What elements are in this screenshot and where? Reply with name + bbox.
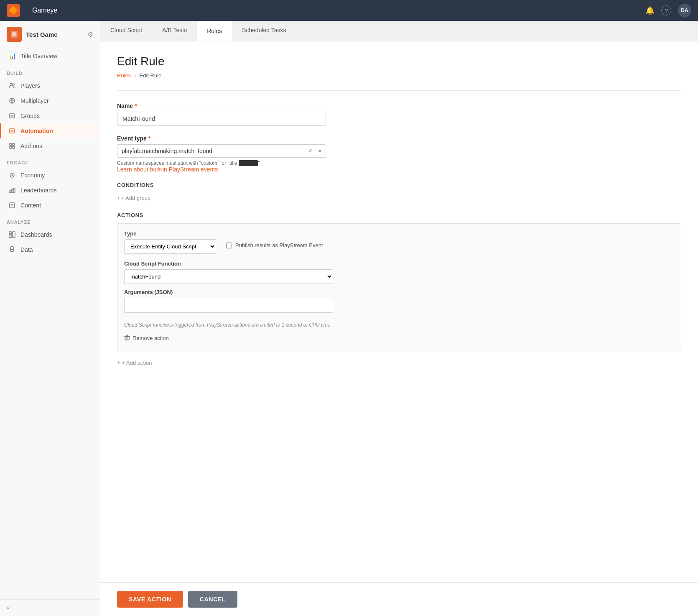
tab-ab-tests[interactable]: A/B Tests <box>152 21 197 41</box>
event-type-required: * <box>148 135 150 142</box>
sidebar: Test Game ⚙ 📊 Title Overview BUILD Playe… <box>0 21 100 616</box>
svg-rect-18 <box>9 232 12 234</box>
leaderboards-icon <box>8 187 16 194</box>
help-icon[interactable]: ? <box>661 5 671 15</box>
breadcrumb-rules-link[interactable]: Rules <box>117 72 131 79</box>
arguments-label: Arguments (JSON) <box>124 289 674 295</box>
svg-point-19 <box>10 246 14 250</box>
plus-icon-action: + <box>117 360 120 366</box>
action-type-column: Type Execute Entity Cloud Script Execute… <box>124 230 216 254</box>
svg-rect-7 <box>10 143 12 146</box>
avatar[interactable]: DA <box>678 4 691 17</box>
nav-divider <box>26 5 26 15</box>
cancel-button[interactable]: CANCEL <box>188 591 238 608</box>
sidebar-collapse-button[interactable]: « <box>0 599 100 616</box>
sidebar-label-groups: Groups <box>20 112 40 119</box>
sidebar-item-economy[interactable]: Economy <box>0 168 100 183</box>
event-type-clear-icon[interactable]: × <box>308 147 312 155</box>
cpu-hint: Cloud Script functions triggered from Pl… <box>124 322 674 328</box>
add-group-button[interactable]: + + Add group <box>117 193 150 203</box>
name-required: * <box>135 102 137 109</box>
sidebar-label-content: Content <box>20 202 41 209</box>
footer-buttons: SAVE ACTION CANCEL <box>100 582 698 616</box>
breadcrumb-current: Edit Rule <box>140 72 162 79</box>
sidebar-item-groups[interactable]: Groups <box>0 108 100 123</box>
learn-more-link[interactable]: Learn about built-in PlayStream events <box>117 166 218 173</box>
svg-point-2 <box>10 83 13 86</box>
cloud-script-function-label: Cloud Script Function <box>124 261 674 267</box>
publish-label: Publish results as PlayStream Event <box>235 242 323 248</box>
conditions-section: CONDITIONS + + Add group <box>117 182 681 203</box>
sidebar-item-title-overview[interactable]: 📊 Title Overview <box>0 48 100 64</box>
sidebar-label-players: Players <box>20 82 40 89</box>
sidebar-item-automation[interactable]: Automation <box>0 123 100 138</box>
sidebar-item-leaderboards[interactable]: Leaderboards <box>0 183 100 198</box>
sidebar-label-automation: Automation <box>20 128 53 134</box>
arguments-form-group: Arguments (JSON) <box>124 289 674 313</box>
redacted-text: █████ <box>239 160 258 166</box>
app-logo: 🔶 <box>7 4 20 17</box>
event-type-hint: Custom namespaces must start with "custo… <box>117 160 681 166</box>
sidebar-label-addons: Add-ons <box>20 143 42 149</box>
groups-icon <box>8 112 16 119</box>
svg-rect-17 <box>13 232 15 238</box>
event-type-input[interactable]: playfab.matchmaking.match_found × ▾ <box>117 144 326 158</box>
settings-icon[interactable]: ⚙ <box>87 31 93 38</box>
svg-rect-1 <box>12 32 16 36</box>
game-header: Test Game ⚙ <box>0 21 100 48</box>
remove-action-button[interactable]: Remove action <box>124 331 169 345</box>
action-type-select[interactable]: Execute Entity Cloud Script Execute Clou… <box>124 239 216 254</box>
sidebar-item-multiplayer[interactable]: Multiplayer <box>0 93 100 108</box>
trash-icon <box>124 335 130 342</box>
content-divider <box>117 90 681 91</box>
sidebar-section-engage: ENGAGE <box>0 153 100 168</box>
svg-rect-9 <box>10 146 12 148</box>
breadcrumb: Rules › Edit Rule <box>117 72 681 79</box>
arguments-input[interactable] <box>124 298 333 313</box>
name-input[interactable] <box>117 112 326 126</box>
tab-rules[interactable]: Rules <box>197 21 232 41</box>
svg-rect-6 <box>10 129 15 133</box>
breadcrumb-separator: › <box>134 72 136 79</box>
save-action-button[interactable]: SAVE ACTION <box>117 591 183 608</box>
name-form-group: Name * <box>117 102 681 126</box>
tab-cloud-script[interactable]: Cloud Script <box>100 21 152 41</box>
svg-rect-20 <box>125 336 129 340</box>
sidebar-item-content[interactable]: Content <box>0 198 100 213</box>
svg-rect-8 <box>13 143 15 146</box>
data-icon <box>8 246 16 253</box>
svg-rect-5 <box>10 114 15 118</box>
tabs-bar: Cloud Script A/B Tests Rules Scheduled T… <box>100 21 698 41</box>
sidebar-label-title-overview: Title Overview <box>20 53 57 59</box>
cloud-script-function-select[interactable]: matchFound <box>124 269 333 284</box>
chevron-down-icon[interactable]: ▾ <box>318 148 321 154</box>
event-type-value: playfab.matchmaking.match_found <box>122 148 308 154</box>
svg-rect-15 <box>10 203 15 208</box>
svg-rect-14 <box>13 188 15 193</box>
addons-icon <box>8 143 16 149</box>
plus-icon: + <box>117 195 120 201</box>
actions-section: ACTIONS Type Execute Entity Cloud Script… <box>117 212 681 368</box>
top-navbar: 🔶 Gameye 🔔 ? DA <box>0 0 698 21</box>
sidebar-item-data[interactable]: Data <box>0 242 100 257</box>
game-icon <box>7 27 22 42</box>
action-type-row: Type Execute Entity Cloud Script Execute… <box>124 230 674 254</box>
notification-icon[interactable]: 🔔 <box>645 6 655 15</box>
tab-scheduled-tasks[interactable]: Scheduled Tasks <box>232 21 296 41</box>
sidebar-item-dashboards[interactable]: Dashboards <box>0 227 100 242</box>
action-box: Type Execute Entity Cloud Script Execute… <box>117 223 681 352</box>
publish-checkbox[interactable] <box>226 243 232 248</box>
sidebar-label-economy: Economy <box>20 172 45 179</box>
event-type-form-group: Event type * playfab.matchmaking.match_f… <box>117 135 681 173</box>
dashboards-icon <box>8 231 16 238</box>
event-type-label: Event type * <box>117 135 681 142</box>
svg-rect-12 <box>9 191 11 193</box>
game-name: Test Game <box>26 31 87 38</box>
sidebar-item-players[interactable]: Players <box>0 78 100 93</box>
sidebar-label-multiplayer: Multiplayer <box>20 97 49 104</box>
sidebar-item-addons[interactable]: Add-ons <box>0 138 100 153</box>
add-action-button[interactable]: + + Add action <box>117 357 152 368</box>
economy-icon <box>8 172 16 179</box>
actions-heading: ACTIONS <box>117 212 681 218</box>
svg-rect-16 <box>9 235 12 238</box>
